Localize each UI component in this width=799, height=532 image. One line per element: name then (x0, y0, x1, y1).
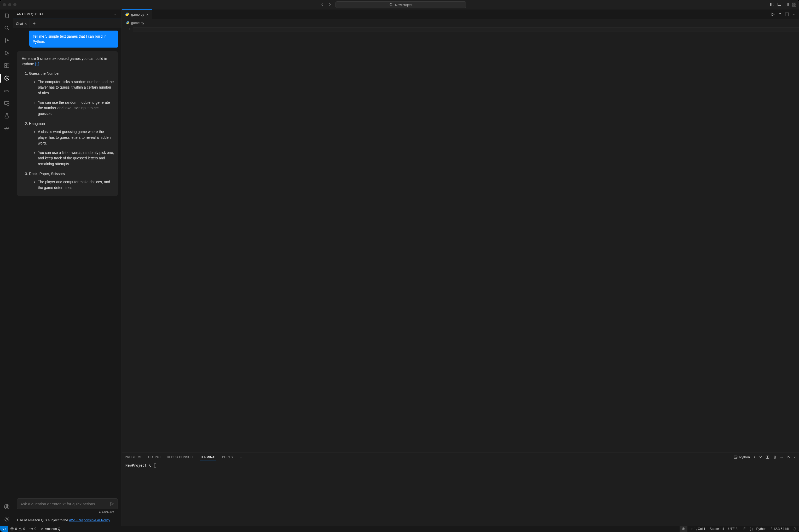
close-editor-tab-icon[interactable]: × (146, 12, 149, 17)
search-activity-icon[interactable] (3, 24, 10, 31)
status-notifications-icon[interactable] (791, 526, 799, 532)
command-center[interactable]: NewProject (336, 1, 466, 8)
bottom-panel: PROBLEMS OUTPUT DEBUG CONSOLE TERMINAL P… (122, 453, 799, 526)
accounts-icon[interactable] (3, 503, 10, 510)
game-bullet: A classic word guessing game where the p… (38, 129, 114, 146)
chat-tab[interactable]: Chat × (13, 19, 30, 28)
svg-rect-16 (5, 63, 6, 65)
status-problems[interactable]: 0 0 (8, 526, 27, 532)
svg-point-11 (5, 26, 8, 29)
tab-terminal[interactable]: TERMINAL (200, 455, 216, 460)
line-number: 1 (122, 27, 131, 31)
tab-problems[interactable]: PROBLEMS (125, 455, 142, 459)
nav-forward-icon[interactable] (328, 3, 332, 7)
editor-group: game.py × ··· game.py 1 PROBLEMS OU (122, 10, 799, 526)
maximize-panel-icon[interactable] (787, 455, 790, 459)
tab-debug-console[interactable]: DEBUG CONSOLE (167, 455, 195, 459)
toggle-primary-sidebar-icon[interactable] (770, 2, 774, 7)
amazon-q-icon[interactable] (3, 75, 10, 81)
run-file-icon[interactable] (771, 12, 775, 17)
svg-rect-17 (5, 66, 6, 68)
run-debug-icon[interactable] (3, 50, 10, 56)
panel-more-icon[interactable]: ··· (114, 13, 118, 16)
send-icon[interactable] (109, 501, 114, 507)
svg-point-12 (5, 38, 6, 40)
game-bullet: You can use the random module to generat… (38, 100, 114, 117)
minimize-window-icon[interactable] (8, 3, 11, 6)
svg-point-37 (31, 528, 32, 529)
panel-more-icon[interactable]: ··· (239, 455, 243, 459)
citation-link[interactable]: [1] (35, 62, 39, 66)
toggle-secondary-sidebar-icon[interactable] (785, 2, 789, 7)
editor-more-icon[interactable]: ··· (793, 12, 796, 17)
remote-explorer-icon[interactable] (3, 100, 10, 107)
panel-overflow-icon[interactable]: ··· (780, 455, 783, 459)
window-controls[interactable] (3, 3, 17, 6)
breadcrumb-file: game.py (131, 21, 144, 25)
split-terminal-icon[interactable] (765, 455, 769, 459)
terminal-cursor (154, 463, 156, 468)
aws-toolkit-icon[interactable]: aws (3, 87, 10, 94)
nav-back-icon[interactable] (320, 3, 324, 7)
svg-rect-10 (794, 5, 796, 6)
run-dropdown-icon[interactable] (779, 12, 781, 17)
source-control-icon[interactable] (3, 37, 10, 44)
game-bullet: The player and computer make choices, an… (38, 179, 114, 190)
editor-tab-game-py[interactable]: game.py × (122, 10, 152, 19)
explorer-icon[interactable] (3, 12, 10, 19)
status-amazon-q[interactable]: Amazon Q (38, 526, 62, 532)
chat-input-box[interactable] (17, 498, 118, 509)
chat-input[interactable] (20, 502, 109, 506)
close-tab-icon[interactable]: × (24, 22, 27, 26)
zoom-window-icon[interactable] (13, 3, 17, 6)
terminal-body[interactable]: NewProject % (122, 461, 799, 526)
policy-notice: Use of Amazon Q is subject to the AWS Re… (13, 515, 121, 526)
python-file-icon (125, 12, 129, 17)
editor-tab-label: game.py (131, 13, 144, 17)
chat-scroll-area[interactable]: Tell me 5 simple text games that I can b… (13, 28, 121, 496)
assistant-message: Here are 5 simple text-based games you c… (17, 51, 118, 196)
policy-link[interactable]: AWS Responsible AI Policy (69, 518, 110, 522)
terminal-dropdown-icon[interactable] (759, 456, 762, 458)
split-editor-icon[interactable] (785, 12, 789, 17)
tab-ports[interactable]: PORTS (222, 455, 233, 459)
code-editor[interactable]: 1 (122, 26, 799, 453)
svg-point-15 (7, 53, 9, 55)
tab-output[interactable]: OUTPUT (148, 455, 161, 459)
status-ports[interactable]: 0 (27, 526, 38, 532)
svg-rect-5 (785, 3, 788, 6)
status-zoom[interactable] (680, 526, 687, 532)
svg-point-21 (7, 103, 9, 106)
command-center-text: NewProject (395, 3, 412, 7)
settings-gear-icon[interactable] (3, 516, 10, 522)
kill-terminal-icon[interactable] (773, 455, 777, 459)
customize-layout-icon[interactable] (792, 2, 796, 7)
close-window-icon[interactable] (3, 3, 6, 6)
close-panel-icon[interactable]: × (794, 455, 796, 459)
extensions-icon[interactable] (3, 62, 10, 69)
status-encoding[interactable]: UTF-8 (726, 526, 739, 532)
new-terminal-icon[interactable]: + (754, 455, 756, 459)
char-count: 4000/4000 (17, 509, 118, 514)
testing-icon[interactable] (3, 112, 10, 119)
status-eol[interactable]: LF (740, 526, 748, 532)
python-file-icon (126, 21, 130, 24)
remote-indicator[interactable] (0, 526, 8, 532)
status-python-interpreter[interactable]: 3.12.3 64-bit (769, 526, 791, 532)
status-cursor-position[interactable]: Ln 1, Col 1 (687, 526, 707, 532)
status-indentation[interactable]: Spaces: 4 (707, 526, 726, 532)
status-language-mode[interactable]: { } Python (747, 526, 768, 532)
breadcrumb[interactable]: game.py (122, 19, 799, 26)
terminal-shell-selector[interactable]: Python (734, 455, 749, 459)
game-bullet: You can use a list of words, randomly pi… (38, 150, 114, 167)
docker-icon[interactable] (3, 125, 10, 132)
new-chat-tab-button[interactable]: + (30, 21, 39, 26)
game-name: Rock, Paper, Scissors (29, 172, 65, 176)
svg-rect-8 (794, 3, 796, 4)
game-item-2: Hangman A classic word guessing game whe… (29, 121, 114, 167)
title-bar: NewProject (0, 0, 799, 10)
toggle-panel-icon[interactable] (777, 2, 781, 7)
svg-rect-18 (7, 66, 9, 68)
game-bullet: The computer picks a random number, and … (38, 79, 114, 96)
game-name: Guess the Number (29, 71, 60, 76)
